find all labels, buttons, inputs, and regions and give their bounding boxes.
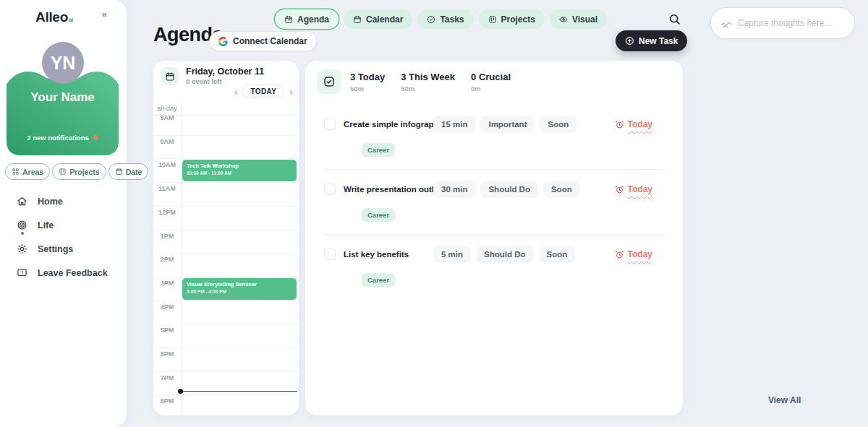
calendar-icon [353,15,362,24]
hour-label: 5PM [153,327,181,334]
sidebar-filters: AreasProjectsDate [5,163,148,180]
task-duration-pill[interactable]: 30 min [433,181,475,198]
calendar-event[interactable]: Tech Talk Workshop10:00 AM - 11:00 AM [182,160,297,181]
tab-tasks[interactable]: Tasks [417,9,473,29]
user-name: Your Name [7,90,119,105]
connect-calendar-label: Connect Calendar [233,36,307,46]
tab-calendar[interactable]: Calendar [344,9,412,29]
stat-sub: 50m [350,85,385,92]
task-duration-pill[interactable]: 15 min [433,116,475,133]
sidebar-item-life[interactable]: Life [0,213,127,237]
agenda-icon [284,15,293,24]
settings-icon [17,243,27,254]
sidebar-item-home[interactable]: Home [0,189,127,213]
hour-label: 1PM [153,233,181,240]
task-checkbox[interactable] [324,118,336,130]
calendar-date-title: Friday, October 11 [186,66,264,77]
unread-dot-icon [21,232,24,235]
hour-row: 6PM [153,348,299,371]
filter-projects[interactable]: Projects [52,163,106,180]
tab-agenda[interactable]: Agenda [275,9,339,29]
brand-suffix: ai [69,17,73,23]
task-tag[interactable]: Career [362,208,395,222]
hour-label: 6PM [153,350,181,358]
hour-row: 11AM [153,182,299,206]
hour-label: 10AM [153,161,181,168]
hour-row: 7PM [153,371,299,395]
connect-calendar-button[interactable]: Connect Calendar [209,31,317,51]
task-title: Create simple infographic [344,120,433,129]
plus-circle-icon [625,36,634,46]
hour-label: 9AM [153,138,181,145]
task-due-label: Today [628,119,652,129]
sidebar-item-settings[interactable]: Settings [0,237,127,261]
task-title: Write presentation outline [344,185,433,194]
task-checkbox[interactable] [324,249,336,260]
menu-label: Life [38,220,54,230]
projects-icon [59,168,67,176]
task-list: Create simple infographic15 minImportant… [305,104,683,299]
alarm-icon [615,120,624,129]
projects-icon [488,15,497,24]
event-title: Visual Storytelling Seminar [187,281,292,288]
hour-row: 8AM [153,116,299,135]
sidebar-collapse-icon[interactable]: « [102,9,107,20]
task-due-badge[interactable]: Today [615,249,652,259]
calendar-nav: ‹ TODAY › [234,85,293,98]
sidebar-item-leave-feedback[interactable]: Leave Feedback [0,261,127,285]
hour-label: 12PM [153,209,181,216]
date-icon [115,168,123,176]
task-urgency-pill[interactable]: Soon [543,181,580,198]
notifications-link[interactable]: 2 new notifications [7,134,119,142]
hour-row: 8PM [153,394,299,415]
capture-box [710,7,855,39]
hour-label: 7PM [153,374,181,381]
task-duration-pill[interactable]: 5 min [433,246,471,263]
task-urgency-pill[interactable]: Soon [540,116,576,133]
capture-input[interactable] [738,18,844,28]
view-all-link[interactable]: View All [768,395,801,405]
filter-areas[interactable]: Areas [5,163,50,180]
visual-icon [559,15,568,24]
task-stat: 3 Today50m [350,72,385,92]
task-checkbox[interactable] [324,184,336,195]
hour-row: 12PM [153,206,299,230]
tab-visual[interactable]: Visual [550,9,607,29]
avatar[interactable]: YN [42,42,84,84]
calendar-event[interactable]: Visual Storytelling Seminar3:00 PM - 4:0… [182,278,297,300]
task-due-badge[interactable]: Today [615,184,652,194]
task-importance-pill[interactable]: Important [480,116,535,133]
all-day-label: all-day [153,104,181,112]
filter-label: Date [126,168,142,176]
next-day-icon[interactable]: › [289,87,293,97]
task-stat: 0 Crucial0m [471,72,511,92]
task-importance-pill[interactable]: Should Do [480,181,538,198]
event-title: Tech Talk Workshop [187,163,292,169]
search-icon[interactable] [668,13,683,27]
tab-label: Tasks [440,14,464,25]
filter-date[interactable]: Date [109,163,149,180]
tasks-header: 3 Today50m3 This Week50m0 Crucial0m [317,69,511,94]
event-time: 10:00 AM - 11:00 AM [187,171,292,176]
task-due-badge[interactable]: Today [615,119,652,129]
event-time: 3:00 PM - 4:00 PM [187,289,292,294]
task-importance-pill[interactable]: Should Do [476,246,534,263]
stat-label: 3 This Week [401,72,455,82]
hour-label: 8AM [153,116,181,121]
menu-label: Leave Feedback [38,268,108,278]
tab-label: Calendar [366,14,403,25]
google-icon [218,37,228,46]
task-tag[interactable]: Career [362,143,395,157]
task-tag[interactable]: Career [362,273,395,287]
sidebar-menu: HomeLifeSettingsLeave Feedback [0,189,127,285]
notification-dot-icon [93,135,98,140]
new-task-button[interactable]: New Task [616,30,687,51]
calendar-grid: all-day 8AM9AM10AM11AM12PM1PM2PM3PM4PM5P… [153,102,299,415]
prev-day-icon[interactable]: ‹ [234,87,238,97]
hour-row: 2PM [153,253,299,277]
today-button[interactable]: TODAY [242,85,284,98]
task-urgency-pill[interactable]: Soon [539,246,576,263]
life-icon [17,220,27,230]
calendar-events-left: 0 event left [186,77,222,85]
tab-projects[interactable]: Projects [479,9,545,29]
